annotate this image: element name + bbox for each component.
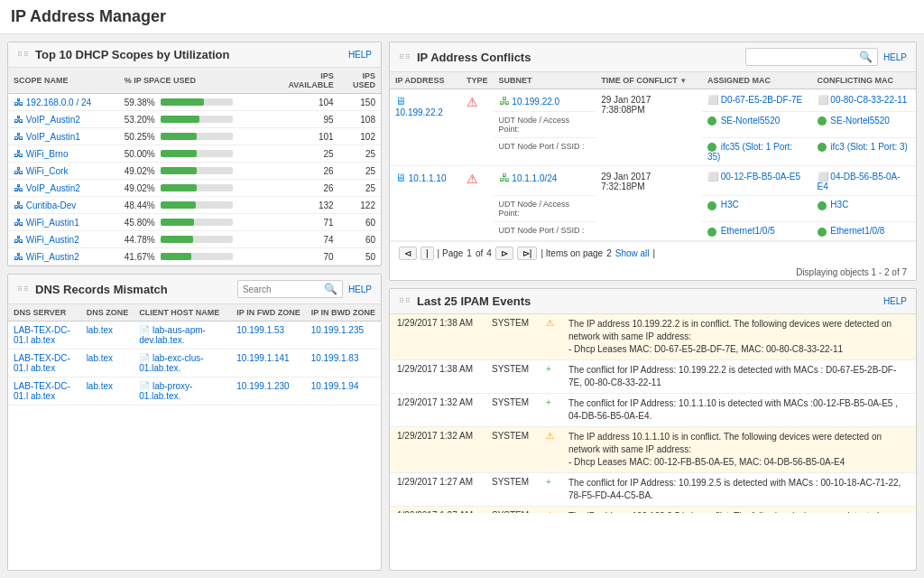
pagination-next[interactable]: ⊳ — [495, 247, 513, 260]
dns-help[interactable]: HELP — [348, 284, 372, 294]
show-all-link[interactable]: Show all — [615, 248, 650, 258]
conf-sub1-conflict[interactable]: H3C — [812, 196, 916, 222]
pagination-first[interactable]: ⊲ — [399, 247, 417, 260]
event-desc-cell: The conflict for IP Address: 10.199.2.5 … — [561, 472, 916, 506]
dns-row-host[interactable]: 📄 lab-proxy-01.lab.tex. — [134, 378, 231, 406]
dns-search-box[interactable]: 🔍 — [237, 280, 343, 298]
conf-row-conflict-mac[interactable]: ⬜ 04-DB-56-B5-0A-E4 — [812, 166, 916, 196]
conf-sub1-conflict[interactable]: SE-Nortel5520 — [812, 112, 916, 138]
pagination-last[interactable]: ⊳| — [517, 247, 538, 260]
conflicts-search-icon[interactable]: 🔍 — [859, 51, 873, 63]
event-icon-cell: + — [539, 359, 561, 393]
dns-row-zone[interactable]: lab.tex — [81, 350, 134, 378]
dhcp-row-name[interactable]: 🖧 Curitiba-Dev — [8, 197, 119, 214]
dhcp-row-pct: 49.02% — [119, 180, 269, 197]
conf-col-conflict-mac: CONFLICTING MAC — [812, 72, 916, 89]
dhcp-row-name[interactable]: 🖧 WiFi_Austin1 — [8, 214, 119, 231]
conf-row-subnet[interactable]: 🖧 10.1.1.0/24 — [494, 166, 596, 196]
dhcp-row-name[interactable]: 🖧 192.168.0.0 / 24 — [8, 94, 119, 111]
dns-title: DNS Records Mismatch — [35, 283, 168, 296]
dns-row-host[interactable]: 📄 lab-aus-apm-dev.lab.tex. — [134, 322, 231, 350]
conf-col-ip: IP ADDRESS — [390, 72, 461, 89]
dhcp-row-pct: 49.02% — [119, 163, 269, 180]
conf-col-type: TYPE — [461, 72, 494, 89]
pagination-prev[interactable]: | — [420, 247, 434, 260]
dhcp-row-name[interactable]: 🖧 WiFi_Cork — [8, 163, 119, 180]
dhcp-row-name[interactable]: 🖧 VoIP_Austin2 — [8, 180, 119, 197]
items-per-page: 2 — [606, 248, 612, 258]
dhcp-row-used: 50 — [339, 248, 381, 266]
conf-row-type: ⚠ — [461, 166, 494, 240]
events-help[interactable]: HELP — [883, 296, 907, 306]
event-time: 1/29/2017 1:32 AM — [390, 426, 485, 472]
dhcp-row-name[interactable]: 🖧 VoIP_Austin2 — [8, 111, 119, 128]
conf-sub1-assigned[interactable]: H3C — [702, 196, 812, 222]
event-desc-cell: The IP address 192.168.2.5 is in conflic… — [561, 506, 916, 513]
conf-sub2-conflict[interactable]: Ethernet1/0/8 — [812, 222, 916, 240]
events-table-container: 1/29/2017 1:38 AM SYSTEM ⚠ The IP addres… — [390, 314, 916, 513]
dns-row-fwd[interactable]: 10.199.1.230 — [231, 378, 305, 406]
dns-search-input[interactable] — [243, 284, 324, 294]
conflicts-table: IP ADDRESS TYPE SUBNET TIME OF CONFLICT … — [390, 72, 916, 241]
dns-row-server[interactable]: LAB-TEX-DC-01.l ab.tex — [8, 378, 81, 406]
dhcp-row-avail: 71 — [269, 214, 339, 231]
dns-row-server[interactable]: LAB-TEX-DC-01.l ab.tex — [8, 322, 81, 350]
conf-row-assigned-mac[interactable]: ⬜ 00-12-FB-B5-0A-E5 — [702, 166, 812, 196]
dhcp-row-name[interactable]: 🖧 WiFi_Austin2 — [8, 248, 119, 266]
conf-sub2-assigned[interactable]: Ethernet1/0/5 — [702, 222, 812, 240]
conflicts-help[interactable]: HELP — [883, 52, 907, 62]
dns-row-fwd[interactable]: 10.199.1.53 — [231, 322, 305, 350]
dns-row-bwd[interactable]: 10.199.1.83 — [306, 350, 381, 378]
event-icon-cell: ⚠ — [539, 506, 561, 513]
dhcp-row-name[interactable]: 🖧 WiFi_Austin2 — [8, 231, 119, 248]
dns-row-fwd[interactable]: 10.199.1.141 — [231, 350, 305, 378]
conflicts-drag-handle: ⠿⠿ — [399, 53, 411, 61]
dhcp-row-pct: 41.67% — [119, 248, 269, 266]
dhcp-row-name[interactable]: 🖧 WiFi_Brno — [8, 145, 119, 163]
dns-row-server[interactable]: LAB-TEX-DC-01.l ab.tex — [8, 350, 81, 378]
dhcp-col-pct: % IP SPACE USED — [119, 68, 269, 94]
dhcp-row-avail: 74 — [269, 231, 339, 248]
events-header: ⠿⠿ Last 25 IPAM Events HELP — [390, 289, 916, 314]
conflicts-search-box[interactable]: 🔍 — [745, 48, 878, 66]
conf-row-subnet[interactable]: 🖧 10.199.22.0 — [494, 89, 596, 112]
conf-col-subnet: SUBNET — [494, 72, 596, 89]
dns-row-zone[interactable]: lab.tex — [81, 378, 134, 406]
dhcp-help[interactable]: HELP — [348, 50, 372, 60]
conf-row-conflict-mac[interactable]: ⬜ 00-80-C8-33-22-11 — [812, 89, 916, 112]
conf-row-ip[interactable]: 🖥 10.199.22.2 — [390, 89, 461, 166]
event-system: SYSTEM — [485, 506, 539, 513]
event-desc: The conflict for IP Address: 10.199.2.5 … — [568, 478, 901, 500]
event-desc-cell: The IP address 10.199.22.2 is in conflic… — [561, 314, 916, 360]
pipe-end: | — [653, 248, 656, 258]
events-table: 1/29/2017 1:38 AM SYSTEM ⚠ The IP addres… — [390, 314, 916, 513]
dhcp-row-pct: 44.78% — [119, 231, 269, 248]
dhcp-row-avail: 26 — [269, 180, 339, 197]
conflicts-search-input[interactable] — [751, 52, 859, 62]
dhcp-row-used: 25 — [339, 163, 381, 180]
event-desc2: - Dhcp Leases MAC: 00-12-FB-B5-0A-E5, MA… — [568, 457, 845, 467]
dns-row-bwd[interactable]: 10.199.1.94 — [306, 378, 381, 406]
conf-sub2-conflict[interactable]: ifc3 (Slot: 1 Port: 3) — [812, 138, 916, 166]
conf-sub2-assigned[interactable]: ifc35 (Slot: 1 Port: 35) — [702, 138, 812, 166]
dhcp-row-avail: 104 — [269, 94, 339, 111]
dns-search-icon[interactable]: 🔍 — [324, 283, 337, 295]
event-desc-cell: The IP address 10.1.1.10 is in conflict.… — [561, 426, 916, 472]
conf-row-ip[interactable]: 🖥 10.1.1.10 — [390, 166, 461, 240]
dns-row-host[interactable]: 📄 lab-exc-clus-01.lab.tex. — [134, 350, 231, 378]
dhcp-row-used: 60 — [339, 214, 381, 231]
dhcp-row-name[interactable]: 🖧 VoIP_Austin1 — [8, 128, 119, 145]
dhcp-row-avail: 132 — [269, 197, 339, 214]
dhcp-row-pct: 53.20% — [119, 111, 269, 128]
conflicts-panel: ⠿⠿ IP Address Conflicts 🔍 HELP IP ADDRES… — [389, 42, 917, 281]
dns-row-bwd[interactable]: 10.199.1.235 — [306, 322, 381, 350]
conf-sub1-assigned[interactable]: SE-Nortel5520 — [702, 112, 812, 138]
total-pages: 4 — [486, 248, 492, 258]
dhcp-row-used: 122 — [339, 197, 381, 214]
dhcp-drag-handle: ⠿⠿ — [17, 51, 30, 59]
event-system: SYSTEM — [485, 314, 539, 360]
events-panel: ⠿⠿ Last 25 IPAM Events HELP 1/29/2017 1:… — [389, 288, 917, 571]
current-page: 1 — [467, 248, 472, 258]
conf-row-assigned-mac[interactable]: ⬜ D0-67-E5-2B-DF-7E — [702, 89, 812, 112]
dns-row-zone[interactable]: lab.tex — [81, 322, 134, 350]
